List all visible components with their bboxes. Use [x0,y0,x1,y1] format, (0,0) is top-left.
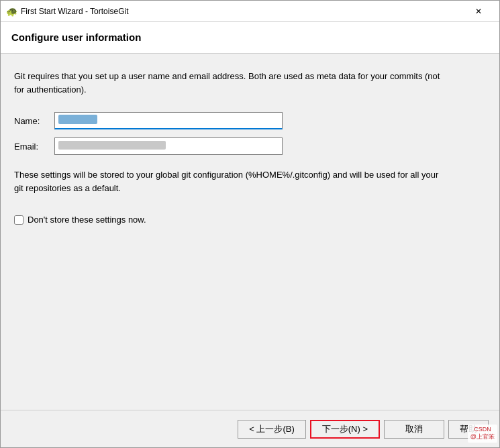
back-button[interactable]: < 上一步(B) [238,420,306,439]
form-area: Name: Email: [14,112,486,155]
storage-notice: These settings will be stored to your gl… [14,168,444,194]
main-window: 🐢 First Start Wizard - TortoiseGit ✕ Con… [0,0,500,448]
title-bar: 🐢 First Start Wizard - TortoiseGit ✕ [1,1,499,22]
email-row: Email: [14,137,486,155]
footer: < 上一步(B) 下一步(N) > 取消 帮助 [1,410,499,447]
name-row: Name: [14,112,486,129]
dont-store-label[interactable]: Don't store these settings now. [28,215,146,225]
close-button[interactable]: ✕ [463,1,494,22]
window-title: First Start Wizard - TortoiseGit [21,7,128,16]
next-button[interactable]: 下一步(N) > [310,420,380,439]
dont-store-checkbox[interactable] [14,215,23,225]
csdn-author: @上官笨 [470,433,495,441]
csdn-watermark: CSDN @上官笨 [468,425,497,443]
main-content: Git requires that you set up a user name… [1,54,499,410]
cancel-button[interactable]: 取消 [384,420,444,439]
title-bar-left: 🐢 First Start Wizard - TortoiseGit [6,6,128,17]
description-text: Git requires that you set up a user name… [14,70,444,96]
page-header: Configure user information [1,22,499,54]
email-input[interactable] [54,137,283,155]
email-label: Email: [14,142,48,152]
name-label: Name: [14,116,48,126]
page-title: Configure user information [11,32,141,43]
csdn-text: CSDN [470,426,495,434]
app-icon: 🐢 [6,6,17,17]
name-input[interactable] [54,112,283,129]
checkbox-row: Don't store these settings now. [14,215,486,225]
